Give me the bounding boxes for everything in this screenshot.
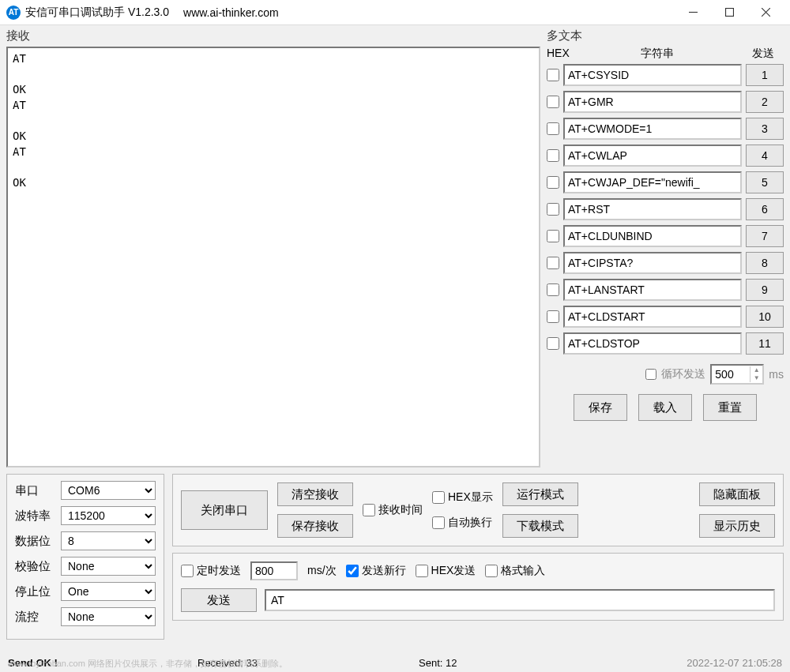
save-button[interactable]: 保存: [574, 394, 627, 421]
multi-header: HEX 字符串 发送: [547, 47, 784, 61]
cmd-hex-checkbox[interactable]: [547, 176, 559, 189]
cmd-text-input[interactable]: [563, 145, 742, 167]
cmd-send-button[interactable]: 9: [746, 279, 784, 301]
hex-send-checkbox[interactable]: [416, 565, 428, 577]
cmd-text-input[interactable]: [563, 198, 742, 220]
cmd-send-button[interactable]: 8: [746, 252, 784, 274]
window-title: 安信可串口调试助手 V1.2.3.0: [25, 6, 169, 20]
cmd-send-button[interactable]: 1: [746, 64, 784, 86]
cmd-row: 1: [547, 64, 784, 86]
baud-label: 波特率: [15, 509, 55, 524]
control-panel: 关闭串口 清空接收 保存接收 接收时间 HEX显示 自动换行 运行模式 下载模式…: [172, 474, 784, 546]
cmd-text-input[interactable]: [563, 171, 742, 193]
cmd-hex-checkbox[interactable]: [547, 337, 559, 350]
stopbits-label: 停止位: [15, 584, 55, 599]
send-newline-checkbox[interactable]: [346, 565, 359, 577]
cmd-send-button[interactable]: 6: [746, 198, 784, 220]
run-mode-button[interactable]: 运行模式: [502, 482, 578, 506]
cmd-text-input[interactable]: [563, 332, 742, 355]
format-input-checkbox[interactable]: [485, 565, 498, 577]
cmd-send-button[interactable]: 10: [746, 306, 784, 328]
rx-time-checkbox[interactable]: [363, 504, 375, 516]
cmd-send-button[interactable]: 11: [746, 332, 784, 355]
cmd-row: 8: [547, 252, 784, 274]
status-timestamp: 2022-12-07 21:05:28: [687, 657, 782, 669]
cmd-text-input[interactable]: [563, 252, 742, 274]
cmd-send-button[interactable]: 3: [746, 118, 784, 140]
tx-input[interactable]: [265, 589, 775, 611]
cmd-hex-checkbox[interactable]: [547, 283, 559, 296]
titlebar: AT 安信可串口调试助手 V1.2.3.0 www.ai-thinker.com: [0, 0, 790, 25]
cmd-list: 1 2 3 4 5 6 7 8 9 10 11: [547, 64, 784, 359]
cmd-hex-checkbox[interactable]: [547, 69, 559, 81]
send-button[interactable]: 发送: [181, 588, 257, 612]
svg-rect-1: [725, 9, 733, 17]
baud-select[interactable]: 115200: [61, 506, 156, 525]
spin-down-icon[interactable]: ▼: [750, 374, 762, 382]
cmd-hex-checkbox[interactable]: [547, 203, 559, 216]
cmd-send-button[interactable]: 5: [746, 171, 784, 193]
cmd-text-input[interactable]: [563, 306, 742, 328]
show-history-button[interactable]: 显示历史: [699, 514, 775, 538]
flow-select[interactable]: None: [61, 607, 156, 626]
cmd-hex-checkbox[interactable]: [547, 257, 559, 269]
cmd-hex-checkbox[interactable]: [547, 122, 559, 135]
col-send: 发送: [743, 47, 784, 61]
reset-button[interactable]: 重置: [703, 394, 757, 421]
hide-panel-button[interactable]: 隐藏面板: [699, 482, 775, 506]
stopbits-select[interactable]: One: [61, 582, 156, 601]
cmd-text-input[interactable]: [563, 91, 742, 113]
databits-select[interactable]: 8: [61, 531, 156, 550]
format-input-label: 格式输入: [501, 564, 545, 578]
loop-interval-spinner[interactable]: ▲▼: [710, 364, 764, 385]
close-port-button[interactable]: 关闭串口: [181, 490, 268, 530]
rx-label: 接收: [6, 28, 540, 43]
cmd-row: 7: [547, 225, 784, 247]
cmd-send-button[interactable]: 4: [746, 145, 784, 167]
maximize-button[interactable]: [711, 0, 747, 25]
auto-wrap-checkbox[interactable]: [432, 516, 445, 529]
cmd-hex-checkbox[interactable]: [547, 149, 559, 162]
cmd-hex-checkbox[interactable]: [547, 96, 559, 108]
cmd-row: 10: [547, 306, 784, 328]
timed-interval-input[interactable]: [250, 561, 298, 580]
cmd-text-input[interactable]: [563, 225, 742, 247]
port-select[interactable]: COM6: [61, 481, 156, 500]
download-mode-button[interactable]: 下载模式: [502, 514, 578, 538]
hex-send-label: HEX发送: [431, 564, 476, 578]
cmd-text-input[interactable]: [563, 64, 742, 86]
hex-show-label: HEX显示: [448, 490, 493, 505]
status-sent: Sent: 12: [419, 657, 687, 669]
cmd-row: 2: [547, 91, 784, 113]
cmd-text-input[interactable]: [563, 279, 742, 301]
cmd-hex-checkbox[interactable]: [547, 310, 559, 323]
cmd-send-button[interactable]: 7: [746, 225, 784, 247]
spin-up-icon[interactable]: ▲: [750, 366, 762, 374]
cmd-send-button[interactable]: 2: [746, 91, 784, 113]
close-button[interactable]: [747, 0, 784, 25]
cmd-row: 9: [547, 279, 784, 301]
tx-panel: 定时发送 ms/次 发送新行 HEX发送 格式输入 发送: [172, 553, 784, 621]
minimize-button[interactable]: [675, 0, 711, 25]
cmd-hex-checkbox[interactable]: [547, 230, 559, 242]
parity-select[interactable]: None: [61, 557, 156, 576]
multi-title: 多文本: [547, 28, 784, 43]
cmd-text-input[interactable]: [563, 118, 742, 140]
loop-send-label: 循环发送: [661, 367, 705, 381]
col-hex: HEX: [547, 47, 572, 61]
save-rx-button[interactable]: 保存接收: [277, 514, 353, 538]
cmd-row: 5: [547, 171, 784, 193]
hex-show-checkbox[interactable]: [432, 491, 445, 504]
watermark: www.toyinoban.com 网络图片仅供展示，非存储，如有侵权请联系删除…: [8, 658, 288, 670]
load-button[interactable]: 载入: [638, 394, 692, 421]
send-newline-label: 发送新行: [362, 564, 406, 578]
timed-send-checkbox[interactable]: [181, 565, 194, 577]
port-label: 串口: [15, 483, 55, 498]
flow-label: 流控: [15, 610, 55, 625]
cmd-row: 3: [547, 118, 784, 140]
rx-textarea[interactable]: AT OK AT OK AT OK: [6, 47, 540, 467]
clear-rx-button[interactable]: 清空接收: [277, 482, 353, 506]
loop-send-checkbox[interactable]: [645, 369, 656, 380]
rx-time-label: 接收时间: [378, 503, 423, 517]
loop-interval-input[interactable]: [712, 368, 750, 381]
